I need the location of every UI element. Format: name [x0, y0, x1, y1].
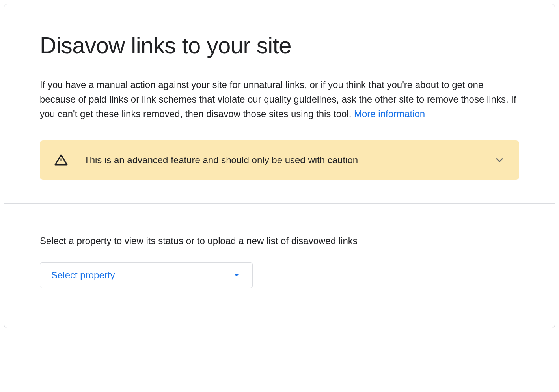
select-property-dropdown[interactable]: Select property [40, 262, 253, 288]
chevron-down-icon [494, 155, 505, 166]
description-text: If you have a manual action against your… [40, 77, 519, 121]
property-section: Select a property to view its status or … [4, 204, 555, 328]
warning-icon [54, 153, 68, 167]
dropdown-arrow-icon [232, 271, 241, 280]
svg-point-1 [61, 162, 61, 163]
intro-section: Disavow links to your site If you have a… [4, 4, 555, 204]
main-card: Disavow links to your site If you have a… [4, 4, 555, 328]
dropdown-label: Select property [51, 270, 115, 281]
more-information-link[interactable]: More information [354, 108, 425, 119]
select-property-label: Select a property to view its status or … [40, 235, 519, 246]
warning-text: This is an advanced feature and should o… [84, 155, 478, 166]
page-title: Disavow links to your site [40, 32, 519, 58]
description-body: If you have a manual action against your… [40, 79, 516, 119]
warning-expander[interactable]: This is an advanced feature and should o… [40, 140, 519, 180]
